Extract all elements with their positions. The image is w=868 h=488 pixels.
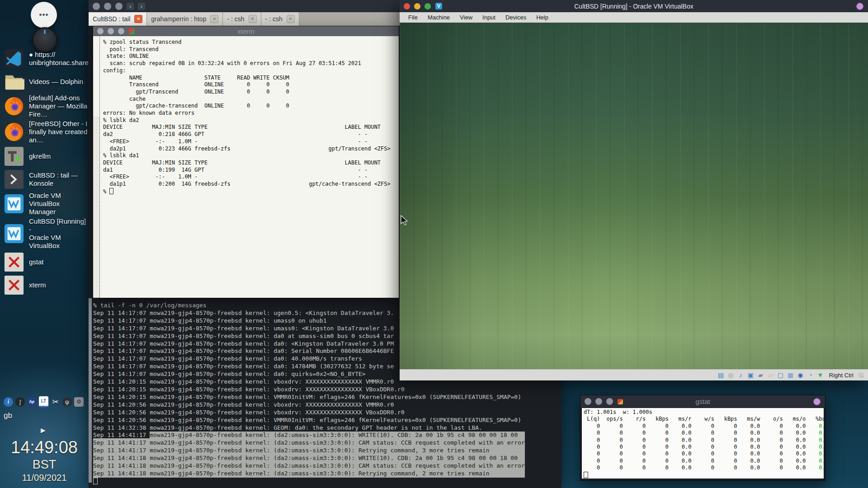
menu-help[interactable]: Help	[531, 14, 553, 21]
tab-close-icon[interactable]: ✕	[249, 15, 257, 23]
tab-csh[interactable]: - : csh✕	[223, 12, 261, 26]
clock-timezone: BST	[0, 457, 89, 472]
firefox-icon	[4, 122, 24, 142]
tab-csh[interactable]: - : csh✕	[261, 12, 299, 26]
network-icon[interactable]: ▣	[747, 371, 755, 379]
xterm-line: errors: No known data errors	[103, 110, 398, 117]
sidebar-item-firefox-addons[interactable]: [default] Add-onsManager — Mozilla Fire…	[0, 94, 89, 118]
xterm-line: da2 0:218 466G GPT - -	[103, 131, 398, 138]
tab-close-icon[interactable]: ✕	[287, 15, 295, 23]
gstat-row: 0 0 0 0 0.0 0 0 0.0 0 0.0 0.0| da2	[584, 458, 824, 465]
sidebar-item-firefox-freebsd[interactable]: [FreeBSD] Other - Ifinally have created …	[0, 120, 89, 144]
gstat-row: 0 0 0 0 0.0 0 0 0.0 0 0.0 0.0| da3	[584, 465, 824, 471]
hard-disks-icon[interactable]: ▤	[717, 371, 725, 379]
menu-file[interactable]: File	[403, 14, 423, 21]
menu-devices[interactable]: Devices	[500, 14, 531, 21]
virtualbox-window: V CultBSD [Running] - Oracle VM VirtualB…	[400, 0, 868, 380]
desktop-clock: 14:49:08 BST 11/09/2021	[0, 437, 89, 483]
window-title: xterm	[93, 28, 399, 35]
gstat-window: gstat dT: 1.001s w: 1.000s L(q) ops/s r/…	[580, 395, 826, 481]
log-line: Sep 11 14:20:15 mowa219-gjp4-8570p-freeb…	[93, 394, 566, 401]
tab-close-icon[interactable]: ✕	[210, 15, 218, 23]
log-line: Sep 11 14:41:18 mowa219-gjp4-8570p-freeb…	[93, 462, 525, 470]
labplot-icon[interactable]: LT	[39, 396, 48, 407]
window-button-icon[interactable]	[93, 3, 100, 10]
keyboard-layout-indicator[interactable]: gb	[4, 411, 12, 420]
hp-icon[interactable]: hp	[27, 397, 37, 407]
sidebar-item-vscode[interactable]: ● https://unibrightonac.sharepo…	[0, 48, 89, 70]
xterm-scrollbar[interactable]	[93, 36, 100, 298]
window-button-icon[interactable]	[115, 3, 123, 10]
sidebar-item-konsole[interactable]: CultBSD : tail — Konsole	[0, 169, 89, 190]
info-icon[interactable]: i	[4, 397, 13, 407]
menu-machine[interactable]: Machine	[423, 14, 455, 21]
xterm-line: config:	[103, 67, 398, 75]
display-icon[interactable]: ▢	[777, 371, 784, 379]
optical-discs-icon[interactable]: ◎	[727, 371, 735, 379]
tab-nav-right-icon[interactable]: ›	[138, 3, 145, 10]
tab-close-icon[interactable]: ✕	[134, 15, 142, 23]
gstat-row: 0 0 0 0 0.0 0 0 0.0 0 0.0 0.0| cd1	[584, 450, 824, 457]
folder-icon	[4, 71, 24, 92]
tab-grahamperrin-htop[interactable]: grahamperrin : htop✕	[147, 12, 223, 26]
usb-icon[interactable]: ψ	[62, 397, 72, 407]
play-arrow-icon[interactable]: ▶	[41, 427, 46, 434]
sidebar-item-label: Videos — Dolphin	[29, 78, 83, 86]
sidebar-item-vbox-running[interactable]: CultBSD [Running] -Oracle VM VirtualBox	[0, 217, 89, 250]
sidebar-item-dolphin[interactable]: Videos — Dolphin	[0, 71, 89, 93]
scrollbar-track[interactable]	[93, 117, 99, 298]
menu-view[interactable]: View	[455, 14, 477, 21]
sidebar-item-label: xterm	[29, 281, 46, 289]
xterm-line: gpt/Transcend ONLINE 0 0 0	[103, 89, 398, 96]
text-cursor	[93, 478, 98, 484]
mouse-integration-icon[interactable]: ◉	[797, 371, 804, 379]
sidebar-item-label: Oracle VM VirtualBoxManager	[29, 192, 89, 216]
missing-icon	[4, 252, 24, 272]
tab-nav-left-icon[interactable]: ›	[127, 3, 134, 10]
keyboard-indicator-icon[interactable]: ◔	[807, 371, 814, 379]
gstat-output[interactable]: dT: 1.001s w: 1.000s L(q) ops/s r/s kBps…	[582, 408, 824, 479]
konsole-icon	[4, 169, 24, 190]
xterm-titlebar[interactable]: xterm	[93, 26, 399, 36]
window-button-icon[interactable]	[104, 3, 111, 10]
virtualbox-titlebar[interactable]: V CultBSD [Running] - Oracle VM VirtualB…	[400, 0, 868, 12]
auto-resize-icon[interactable]: ▼	[816, 371, 824, 379]
xterm-line: DEVICE MAJ:MIN SIZE TYPE LABEL MOUNT	[103, 160, 398, 167]
gstat-busy-value: 0.0|	[819, 458, 824, 464]
sidebar-item-gstat[interactable]: gstat	[0, 251, 89, 273]
sidebar-item-label: CultBSD : tail — Konsole	[29, 171, 89, 188]
tab-cultbsd-tail[interactable]: CultBSD : tail✕	[89, 12, 147, 26]
xterm-line: da1 0:199 14G GPT - -	[103, 167, 398, 174]
gkrellm-icon	[4, 146, 24, 167]
usb-icon[interactable]: ▰	[757, 371, 764, 379]
terminal-output[interactable]: % zpool status Transcend pool: Transcend…	[103, 39, 398, 195]
log-line: Sep 11 14:20:15 mowa219-gjp4-8570p-freeb…	[93, 386, 566, 394]
shared-folders-icon[interactable]: ▱	[767, 371, 774, 379]
text-cursor	[109, 188, 113, 194]
xterm-line: <FREE> -:- 1.0M - - -	[103, 174, 398, 181]
klipper-icon[interactable]: ✂	[51, 397, 60, 407]
status-icon-group: ▤◎♪▣▰▱▢▦◉◔▼	[717, 371, 824, 379]
sidebar-item-vbox-manager[interactable]: Oracle VM VirtualBoxManager	[0, 192, 89, 216]
gstat-busy-value: 0.0|	[819, 423, 824, 429]
menu-input[interactable]: Input	[477, 14, 500, 21]
scrollbar-thumb[interactable]	[93, 36, 99, 117]
window-menu-icon[interactable]	[813, 398, 821, 405]
vbox-icon	[4, 193, 24, 214]
xterm-line: state: ONLINE	[103, 53, 398, 60]
gstat-busy-value: 0.0|	[819, 444, 824, 450]
sidebar-item-gkrellm[interactable]: gkrellm	[0, 145, 89, 167]
overflow-menu-icon[interactable]: •••	[31, 2, 57, 28]
fortune-icon[interactable]: ʃ	[15, 397, 25, 407]
window-menu-icon[interactable]	[856, 3, 863, 10]
gstat-titlebar[interactable]: gstat	[580, 395, 825, 408]
xterm-line: scan: scrub repaired 0B in 03:32:24 with…	[103, 60, 398, 67]
audio-icon[interactable]: ♪	[737, 371, 745, 379]
resize-grip[interactable]	[859, 373, 863, 378]
gstat-busy-value: 0.0|	[819, 465, 824, 471]
sidebar-item-xterm[interactable]: xterm	[0, 274, 89, 296]
log-line: Sep 11 14:20:56 mowa219-gjp4-8570p-freeb…	[93, 417, 566, 424]
recording-icon[interactable]: ▦	[787, 371, 794, 379]
device-icon[interactable]: ⚙	[74, 397, 84, 407]
vm-guest-screen[interactable]	[400, 23, 868, 370]
